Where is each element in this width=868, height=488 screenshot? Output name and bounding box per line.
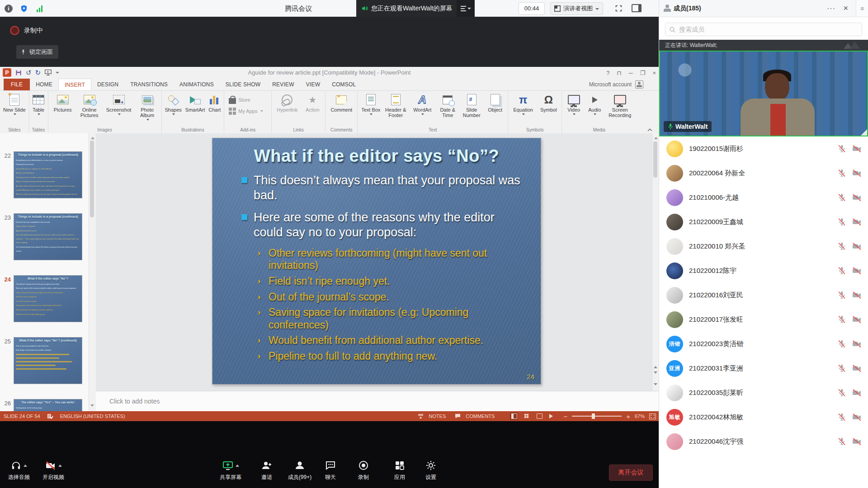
- screen-recording-button[interactable]: Screen Recording: [605, 92, 634, 119]
- zoom-out-button[interactable]: −: [563, 413, 567, 420]
- mic-muted-icon[interactable]: [837, 315, 846, 324]
- scrollbar-thumb[interactable]: [90, 141, 94, 217]
- share-options-button[interactable]: [457, 0, 475, 17]
- camera-off-icon[interactable]: [852, 291, 862, 300]
- date-time-button[interactable]: Date & Time: [436, 92, 459, 119]
- toolbar-chat[interactable]: 聊天: [311, 459, 349, 481]
- screenshot-button[interactable]: Screenshot: [104, 92, 134, 118]
- next-slide-button[interactable]: [654, 371, 657, 375]
- thumbnail-slide-25[interactable]: What if the editor says “No”? (continued…: [14, 337, 82, 384]
- mic-muted-icon[interactable]: [837, 388, 846, 397]
- member-row[interactable]: 210220035彭莱昕: [659, 380, 868, 405]
- thumbnail-slide-23[interactable]: Things to include in a proposal (continu…: [14, 213, 82, 260]
- close-button[interactable]: ×: [652, 70, 656, 76]
- camera-off-icon[interactable]: [852, 388, 862, 397]
- my-apps-button[interactable]: My Apps: [226, 107, 266, 116]
- camera-off-icon[interactable]: [852, 266, 862, 275]
- minimize-button[interactable]: ─: [629, 70, 633, 76]
- toolbar-invite[interactable]: 邀请: [248, 459, 286, 481]
- view-slideshow-button[interactable]: [548, 413, 556, 420]
- thumbnail-slide-26[interactable]: The editor says “Yes” – You can write! G…: [14, 399, 82, 411]
- object-button[interactable]: Object: [484, 92, 506, 114]
- scroll-up-arrow[interactable]: [654, 135, 658, 139]
- scroll-down-arrow[interactable]: [90, 404, 94, 408]
- comments-toggle[interactable]: COMMENTS: [466, 413, 495, 419]
- camera-off-icon[interactable]: [852, 437, 862, 446]
- view-mode-select[interactable]: 演讲者视图: [550, 2, 603, 15]
- tab-slideshow[interactable]: SLIDE SHOW: [220, 79, 266, 90]
- pictures-button[interactable]: Pictures: [50, 92, 75, 114]
- slide-canvas[interactable]: What if the editor says “No”? This doesn…: [212, 138, 541, 385]
- member-row[interactable]: 210220009王鑫城: [659, 210, 868, 234]
- zoom-slider[interactable]: [572, 416, 622, 417]
- toolbar-record[interactable]: 录制: [344, 459, 382, 481]
- tab-review[interactable]: REVIEW: [266, 79, 300, 90]
- speaker-video-tile[interactable]: WalterWalt: [659, 51, 868, 136]
- help-button[interactable]: ?: [606, 70, 609, 76]
- mic-muted-icon[interactable]: [837, 242, 846, 251]
- zoom-slider-thumb[interactable]: [592, 413, 595, 419]
- header-footer-button[interactable]: Header & Footer: [383, 92, 408, 119]
- mic-muted-icon[interactable]: [837, 364, 846, 373]
- mic-muted-icon[interactable]: [837, 339, 846, 348]
- collapse-ribbon-button[interactable]: [647, 128, 652, 131]
- wordart-button[interactable]: A WordArt: [409, 92, 435, 118]
- tab-view[interactable]: VIEW: [300, 79, 326, 90]
- toolbar-audio[interactable]: 选择音频: [0, 459, 38, 481]
- camera-off-icon[interactable]: [852, 339, 862, 348]
- hyperlink-button[interactable]: Hyperlink: [274, 92, 301, 114]
- chevron-up-icon[interactable]: [58, 463, 62, 467]
- mic-muted-icon[interactable]: [837, 291, 846, 300]
- member-row[interactable]: 亚洲 210220031李亚洲: [659, 356, 868, 380]
- online-pictures-button[interactable]: Online Pictures: [76, 92, 103, 119]
- view-slide-sorter-button[interactable]: [523, 413, 531, 420]
- table-button[interactable]: Table: [31, 92, 46, 118]
- network-quality-button[interactable]: [33, 3, 45, 14]
- thumbnail-slide-24-selected[interactable]: What if the editor says “No”? This doesn…: [14, 275, 82, 322]
- screen-share-banner[interactable]: 您正在观看WalterWalt的屏幕: [356, 0, 475, 17]
- leave-meeting-button[interactable]: 离开会议: [609, 465, 653, 481]
- member-row[interactable]: 浯锴 210220023黄浯锴: [659, 332, 868, 356]
- symbol-button[interactable]: Ω Symbol: [537, 92, 560, 114]
- tab-animations[interactable]: ANIMATIONS: [174, 79, 220, 90]
- toolbar-settings[interactable]: 设置: [412, 459, 450, 481]
- security-button[interactable]: [18, 3, 30, 14]
- mic-muted-icon[interactable]: [837, 413, 846, 422]
- camera-off-icon[interactable]: [852, 242, 862, 251]
- mic-muted-icon[interactable]: [837, 144, 846, 153]
- member-row[interactable]: 210220012陈宇: [659, 258, 868, 283]
- audio-button[interactable]: Audio: [585, 92, 604, 118]
- new-slide-button[interactable]: New Slide: [2, 92, 27, 118]
- search-input[interactable]: [678, 25, 858, 33]
- view-reading-button[interactable]: [535, 413, 543, 420]
- fit-to-window-button[interactable]: [649, 413, 656, 419]
- scroll-up-arrow[interactable]: [91, 135, 94, 139]
- zoom-in-button[interactable]: +: [626, 413, 630, 420]
- mic-muted-icon[interactable]: [837, 217, 846, 226]
- ribbon-options-button[interactable]: ⊓: [617, 70, 621, 76]
- mic-muted-icon[interactable]: [837, 193, 846, 202]
- camera-off-icon[interactable]: [852, 217, 862, 226]
- member-row[interactable]: 190220015谢雨杉: [659, 136, 868, 161]
- thumbnail-slide-22[interactable]: Things to include in a proposal (continu…: [14, 151, 82, 198]
- toolbar-share-screen[interactable]: 共享屏幕: [212, 459, 250, 481]
- lock-view-button[interactable]: 锁定画面: [16, 45, 58, 59]
- resize-corner[interactable]: [861, 129, 867, 136]
- fullscreen-toggle-button[interactable]: [612, 2, 625, 14]
- scroll-down-arrow[interactable]: [654, 383, 657, 387]
- tab-home[interactable]: HOME: [30, 79, 58, 90]
- close-panel-button[interactable]: ×: [843, 0, 848, 17]
- action-button[interactable]: ★ Action: [302, 92, 323, 114]
- member-row[interactable]: 210220010 郑兴圣: [659, 234, 868, 258]
- camera-off-icon[interactable]: [852, 169, 862, 178]
- restore-button[interactable]: ❐: [640, 70, 646, 76]
- spellcheck-icon[interactable]: [47, 413, 54, 419]
- scrollbar-thumb[interactable]: [653, 141, 657, 178]
- member-row[interactable]: 210220017张发旺: [659, 307, 868, 332]
- view-normal-button[interactable]: [510, 413, 518, 420]
- camera-off-icon[interactable]: [852, 364, 862, 373]
- tab-transitions[interactable]: TRANSITIONS: [124, 79, 174, 90]
- tab-insert[interactable]: INSERT: [58, 79, 91, 90]
- mic-muted-icon[interactable]: [837, 169, 846, 178]
- sidebar-toggle-button[interactable]: [630, 2, 643, 14]
